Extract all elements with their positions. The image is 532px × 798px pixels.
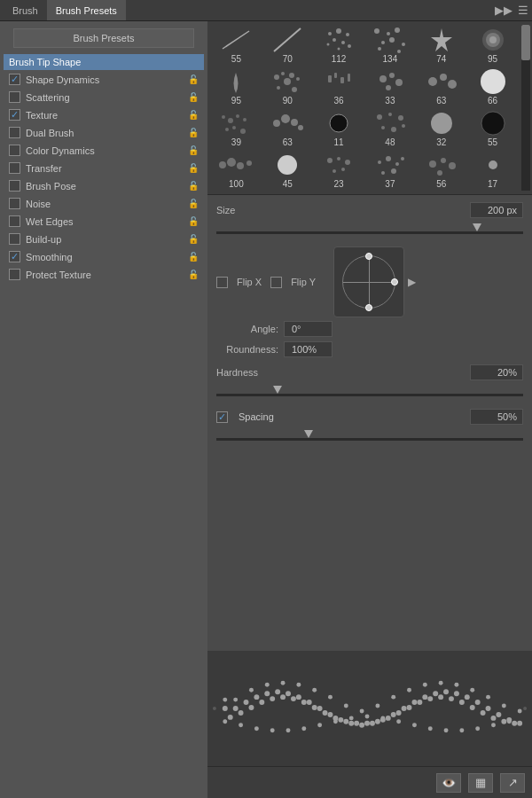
brush-item[interactable]: 74 <box>416 25 466 66</box>
brush-item[interactable]: 70 <box>262 25 313 66</box>
arrow-button[interactable]: ↗ <box>500 773 525 793</box>
brush-presets-button[interactable]: Brush Presets <box>13 28 193 48</box>
brush-item[interactable]: 90 <box>262 66 313 107</box>
spacing-value[interactable]: 50% <box>470 409 523 425</box>
texture-checkbox[interactable] <box>9 109 20 121</box>
brush-item[interactable]: 100 <box>211 150 262 191</box>
brush-item[interactable]: 32 <box>416 108 466 149</box>
sidebar-item-protect-texture[interactable]: Protect Texture 🔓 <box>4 266 204 283</box>
roundness-value[interactable]: 100% <box>284 341 332 357</box>
svg-point-125 <box>375 719 380 724</box>
scrollbar-track[interactable] <box>521 25 530 191</box>
brush-item[interactable]: 95 <box>467 25 518 66</box>
svg-point-102 <box>433 691 438 696</box>
brush-item[interactable]: 48 <box>364 108 415 149</box>
brush-item[interactable]: 11 <box>314 108 364 149</box>
sidebar-item-wet-edges[interactable]: Wet Edges 🔓 <box>4 213 204 230</box>
size-thumb[interactable] <box>473 223 481 231</box>
hardness-value[interactable]: 20% <box>470 364 523 380</box>
scrollbar-thumb[interactable] <box>521 25 530 60</box>
brush-item[interactable]: 39 <box>211 108 262 149</box>
brush-item[interactable]: 134 <box>364 25 415 66</box>
scattering-checkbox[interactable] <box>9 91 20 103</box>
sidebar-item-smoothing[interactable]: Smoothing 🔓 <box>4 248 204 265</box>
sidebar-item-noise[interactable]: Noise 🔓 <box>4 195 204 212</box>
svg-point-77 <box>429 160 436 168</box>
wet-edges-checkbox[interactable] <box>9 215 20 227</box>
flip-y-checkbox[interactable] <box>270 277 282 288</box>
size-value[interactable]: 200 px <box>470 202 523 218</box>
compass-handle-top[interactable] <box>365 253 372 260</box>
sidebar-item-build-up[interactable]: Build-up 🔓 <box>4 231 204 247</box>
smoothing-checkbox[interactable] <box>9 251 20 262</box>
svg-point-8 <box>348 44 351 48</box>
compass-handle-bottom[interactable] <box>365 304 372 311</box>
hardness-slider[interactable] <box>216 387 523 402</box>
dual-brush-checkbox[interactable] <box>9 127 20 138</box>
protect-texture-checkbox[interactable] <box>9 269 20 280</box>
spacing-thumb[interactable] <box>304 430 313 438</box>
svg-point-54 <box>388 113 392 116</box>
brush-item[interactable]: 66 <box>467 66 518 107</box>
brush-item[interactable]: 33 <box>364 66 415 107</box>
svg-point-40 <box>481 69 505 94</box>
brush-item[interactable]: 23 <box>314 150 364 191</box>
compass-handle-right[interactable] <box>391 278 398 286</box>
sidebar-item-brush-tip-shape[interactable]: Brush Tip Shape <box>4 54 204 70</box>
svg-point-3 <box>336 28 341 34</box>
brush-item[interactable]: 63 <box>416 66 466 107</box>
brush-item[interactable]: 56 <box>416 150 466 191</box>
brush-item[interactable]: 37 <box>364 150 415 191</box>
svg-point-38 <box>440 74 447 81</box>
grid-button[interactable]: ▦ <box>468 773 493 793</box>
brush-item[interactable]: 36 <box>314 66 364 107</box>
angle-value[interactable]: 0° <box>284 321 332 337</box>
eye-button[interactable]: 👁️ <box>436 773 461 793</box>
svg-marker-18 <box>431 28 452 51</box>
tab-brush[interactable]: Brush <box>4 0 47 20</box>
sidebar-item-transfer[interactable]: Transfer 🔓 <box>4 160 204 176</box>
build-up-checkbox[interactable] <box>9 233 20 245</box>
sidebar-item-dual-brush[interactable]: Dual Brush 🔓 <box>4 124 204 141</box>
sidebar-item-color-dynamics[interactable]: Color Dynamics 🔓 <box>4 142 204 159</box>
svg-point-86 <box>264 691 270 696</box>
spacing-slider[interactable] <box>216 432 523 446</box>
svg-point-14 <box>389 37 395 43</box>
brush-item[interactable]: 112 <box>314 25 364 66</box>
forward-icon[interactable]: ▶▶ <box>495 4 512 17</box>
spacing-checkbox[interactable] <box>216 411 228 423</box>
brush-item[interactable]: 55 <box>211 25 262 66</box>
sidebar-item-texture[interactable]: Texture 🔓 <box>4 106 204 123</box>
size-slider[interactable] <box>216 225 523 239</box>
svg-point-167 <box>349 716 354 720</box>
brush-item[interactable]: 63 <box>262 108 313 149</box>
svg-point-67 <box>337 157 340 160</box>
transfer-checkbox[interactable] <box>9 162 20 174</box>
sidebar-item-shape-dynamics[interactable]: Shape Dynamics 🔓 <box>4 71 204 88</box>
smoothing-label: Smoothing <box>26 252 73 262</box>
flip-x-checkbox[interactable] <box>216 277 228 288</box>
noise-checkbox[interactable] <box>9 198 20 209</box>
svg-point-123 <box>354 721 359 726</box>
brush-item[interactable]: 55 <box>467 108 518 149</box>
svg-point-59 <box>431 113 452 134</box>
brush-pose-checkbox[interactable] <box>9 180 20 192</box>
brush-item[interactable]: 45 <box>262 150 313 191</box>
tab-brush-presets[interactable]: Brush Presets <box>47 0 126 20</box>
svg-point-159 <box>223 719 227 724</box>
svg-point-108 <box>496 712 501 717</box>
svg-point-51 <box>298 125 303 130</box>
svg-point-74 <box>401 157 404 160</box>
menu-icon[interactable]: ☰ <box>518 4 528 17</box>
color-dynamics-checkbox[interactable] <box>9 145 20 156</box>
sidebar-item-scattering[interactable]: Scattering 🔓 <box>4 89 204 106</box>
hardness-thumb[interactable] <box>273 386 282 394</box>
brush-item[interactable]: 17 <box>467 150 518 191</box>
svg-point-5 <box>332 38 336 42</box>
brush-item[interactable]: 95 <box>211 66 262 107</box>
angle-compass[interactable]: ▶ <box>333 246 404 317</box>
shape-dynamics-checkbox[interactable] <box>9 74 20 85</box>
sidebar-item-brush-pose[interactable]: Brush Pose 🔓 <box>4 177 204 194</box>
compass-arrow: ▶ <box>408 276 416 288</box>
svg-point-39 <box>448 80 457 89</box>
